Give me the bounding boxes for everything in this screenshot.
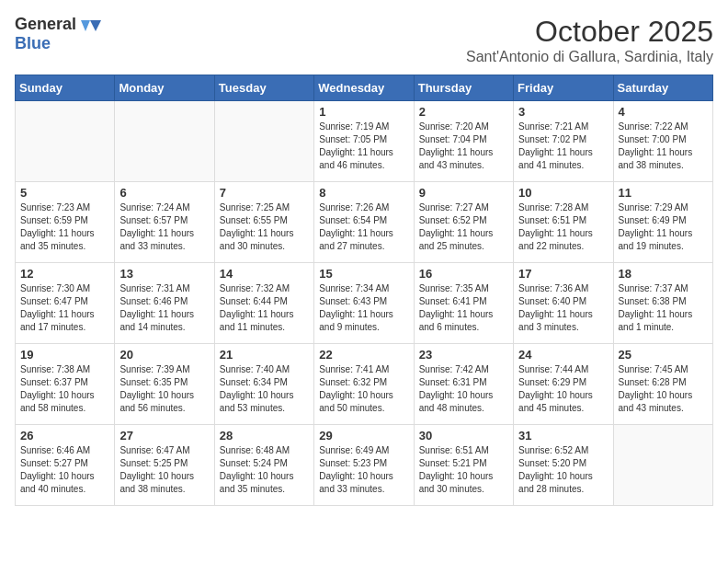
svg-marker-0 [90, 20, 101, 31]
calendar-title: October 2025 [466, 15, 713, 49]
table-row: 30Sunrise: 6:51 AM Sunset: 5:21 PM Dayli… [414, 425, 513, 506]
col-thursday: Thursday [414, 75, 513, 101]
day-number: 1 [319, 105, 408, 119]
day-info: Sunrise: 6:52 AM Sunset: 5:20 PM Dayligh… [518, 444, 608, 496]
calendar-subtitle: Sant'Antonio di Gallura, Sardinia, Italy [466, 49, 713, 65]
table-row: 7Sunrise: 7:25 AM Sunset: 6:55 PM Daylig… [214, 182, 313, 263]
table-row: 21Sunrise: 7:40 AM Sunset: 6:34 PM Dayli… [214, 344, 313, 425]
day-number: 15 [319, 267, 408, 281]
day-number: 26 [20, 429, 109, 442]
table-row: 17Sunrise: 7:36 AM Sunset: 6:40 PM Dayli… [514, 263, 613, 344]
day-number: 12 [20, 267, 109, 281]
week-row-0: 1Sunrise: 7:19 AM Sunset: 7:05 PM Daylig… [16, 101, 713, 182]
day-info: Sunrise: 7:21 AM Sunset: 7:02 PM Dayligh… [518, 121, 608, 172]
col-tuesday: Tuesday [214, 75, 313, 101]
svg-marker-1 [81, 20, 90, 31]
title-block: October 2025 Sant'Antonio di Gallura, Sa… [466, 15, 713, 65]
day-number: 14 [220, 267, 309, 281]
table-row [115, 101, 214, 182]
day-number: 30 [419, 429, 508, 442]
day-info: Sunrise: 6:47 AM Sunset: 5:25 PM Dayligh… [119, 444, 209, 496]
day-info: Sunrise: 7:20 AM Sunset: 7:04 PM Dayligh… [419, 121, 508, 172]
day-number: 23 [419, 348, 508, 362]
table-row: 3Sunrise: 7:21 AM Sunset: 7:02 PM Daylig… [514, 101, 613, 182]
day-number: 18 [619, 267, 708, 281]
table-row: 11Sunrise: 7:29 AM Sunset: 6:49 PM Dayli… [613, 182, 712, 263]
day-info: Sunrise: 7:31 AM Sunset: 6:46 PM Dayligh… [119, 282, 209, 334]
table-row: 22Sunrise: 7:41 AM Sunset: 6:32 PM Dayli… [314, 344, 414, 425]
day-number: 19 [20, 348, 109, 362]
logo-blue-text: Blue [15, 34, 51, 52]
table-row: 13Sunrise: 7:31 AM Sunset: 6:46 PM Dayli… [115, 263, 214, 344]
day-info: Sunrise: 6:46 AM Sunset: 5:27 PM Dayligh… [20, 444, 109, 496]
col-wednesday: Wednesday [314, 75, 414, 101]
table-row [214, 101, 313, 182]
day-number: 28 [220, 429, 309, 442]
day-number: 25 [619, 348, 708, 362]
table-row: 1Sunrise: 7:19 AM Sunset: 7:05 PM Daylig… [314, 101, 414, 182]
day-number: 11 [619, 186, 708, 200]
table-row: 23Sunrise: 7:42 AM Sunset: 6:31 PM Dayli… [414, 344, 513, 425]
page-header: General Blue October 2025 Sant'Antonio d… [15, 15, 713, 65]
table-row: 24Sunrise: 7:44 AM Sunset: 6:29 PM Dayli… [514, 344, 613, 425]
day-number: 29 [319, 429, 408, 442]
table-row: 28Sunrise: 6:48 AM Sunset: 5:24 PM Dayli… [214, 425, 313, 506]
day-info: Sunrise: 7:29 AM Sunset: 6:49 PM Dayligh… [619, 201, 708, 253]
day-info: Sunrise: 7:23 AM Sunset: 6:59 PM Dayligh… [20, 201, 109, 253]
day-number: 5 [20, 186, 109, 200]
day-number: 22 [319, 348, 408, 362]
day-info: Sunrise: 7:19 AM Sunset: 7:05 PM Dayligh… [319, 121, 408, 172]
day-info: Sunrise: 7:45 AM Sunset: 6:28 PM Dayligh… [619, 363, 708, 415]
table-row: 6Sunrise: 7:24 AM Sunset: 6:57 PM Daylig… [115, 182, 214, 263]
day-info: Sunrise: 6:48 AM Sunset: 5:24 PM Dayligh… [220, 444, 309, 496]
day-number: 9 [419, 186, 508, 200]
day-info: Sunrise: 7:42 AM Sunset: 6:31 PM Dayligh… [419, 363, 508, 415]
day-info: Sunrise: 7:35 AM Sunset: 6:41 PM Dayligh… [419, 282, 508, 334]
table-row: 29Sunrise: 6:49 AM Sunset: 5:23 PM Dayli… [314, 425, 414, 506]
day-info: Sunrise: 7:32 AM Sunset: 6:44 PM Dayligh… [220, 282, 309, 334]
day-info: Sunrise: 7:40 AM Sunset: 6:34 PM Dayligh… [220, 363, 309, 415]
day-number: 27 [119, 429, 209, 442]
day-info: Sunrise: 7:39 AM Sunset: 6:35 PM Dayligh… [119, 363, 209, 415]
day-number: 4 [619, 105, 708, 119]
day-info: Sunrise: 7:44 AM Sunset: 6:29 PM Dayligh… [518, 363, 608, 415]
table-row: 15Sunrise: 7:34 AM Sunset: 6:43 PM Dayli… [314, 263, 414, 344]
calendar-header-row: Sunday Monday Tuesday Wednesday Thursday… [16, 75, 713, 101]
day-number: 21 [220, 348, 309, 362]
logo: General Blue [15, 15, 101, 53]
table-row: 20Sunrise: 7:39 AM Sunset: 6:35 PM Dayli… [115, 344, 214, 425]
day-info: Sunrise: 7:25 AM Sunset: 6:55 PM Dayligh… [220, 201, 309, 253]
day-number: 13 [119, 267, 209, 281]
day-info: Sunrise: 7:34 AM Sunset: 6:43 PM Dayligh… [319, 282, 408, 334]
col-saturday: Saturday [613, 75, 712, 101]
table-row: 27Sunrise: 6:47 AM Sunset: 5:25 PM Dayli… [115, 425, 214, 506]
table-row: 16Sunrise: 7:35 AM Sunset: 6:41 PM Dayli… [414, 263, 513, 344]
table-row: 5Sunrise: 7:23 AM Sunset: 6:59 PM Daylig… [16, 182, 115, 263]
day-info: Sunrise: 7:37 AM Sunset: 6:38 PM Dayligh… [619, 282, 708, 334]
table-row [613, 425, 712, 506]
table-row: 12Sunrise: 7:30 AM Sunset: 6:47 PM Dayli… [16, 263, 115, 344]
table-row: 31Sunrise: 6:52 AM Sunset: 5:20 PM Dayli… [514, 425, 613, 506]
logo-icon [81, 18, 101, 33]
table-row: 8Sunrise: 7:26 AM Sunset: 6:54 PM Daylig… [314, 182, 414, 263]
table-row: 2Sunrise: 7:20 AM Sunset: 7:04 PM Daylig… [414, 101, 513, 182]
day-number: 17 [518, 267, 608, 281]
day-number: 24 [518, 348, 608, 362]
table-row: 25Sunrise: 7:45 AM Sunset: 6:28 PM Dayli… [613, 344, 712, 425]
table-row: 14Sunrise: 7:32 AM Sunset: 6:44 PM Dayli… [214, 263, 313, 344]
table-row: 4Sunrise: 7:22 AM Sunset: 7:00 PM Daylig… [613, 101, 712, 182]
table-row: 19Sunrise: 7:38 AM Sunset: 6:37 PM Dayli… [16, 344, 115, 425]
day-info: Sunrise: 7:26 AM Sunset: 6:54 PM Dayligh… [319, 201, 408, 253]
day-number: 20 [119, 348, 209, 362]
day-info: Sunrise: 7:41 AM Sunset: 6:32 PM Dayligh… [319, 363, 408, 415]
day-info: Sunrise: 7:24 AM Sunset: 6:57 PM Dayligh… [119, 201, 209, 253]
week-row-4: 26Sunrise: 6:46 AM Sunset: 5:27 PM Dayli… [16, 425, 713, 506]
day-info: Sunrise: 7:28 AM Sunset: 6:51 PM Dayligh… [518, 201, 608, 253]
day-number: 8 [319, 186, 408, 200]
table-row: 10Sunrise: 7:28 AM Sunset: 6:51 PM Dayli… [514, 182, 613, 263]
calendar-table: Sunday Monday Tuesday Wednesday Thursday… [15, 75, 713, 506]
table-row: 26Sunrise: 6:46 AM Sunset: 5:27 PM Dayli… [16, 425, 115, 506]
day-info: Sunrise: 7:38 AM Sunset: 6:37 PM Dayligh… [20, 363, 109, 415]
week-row-2: 12Sunrise: 7:30 AM Sunset: 6:47 PM Dayli… [16, 263, 713, 344]
col-friday: Friday [514, 75, 613, 101]
